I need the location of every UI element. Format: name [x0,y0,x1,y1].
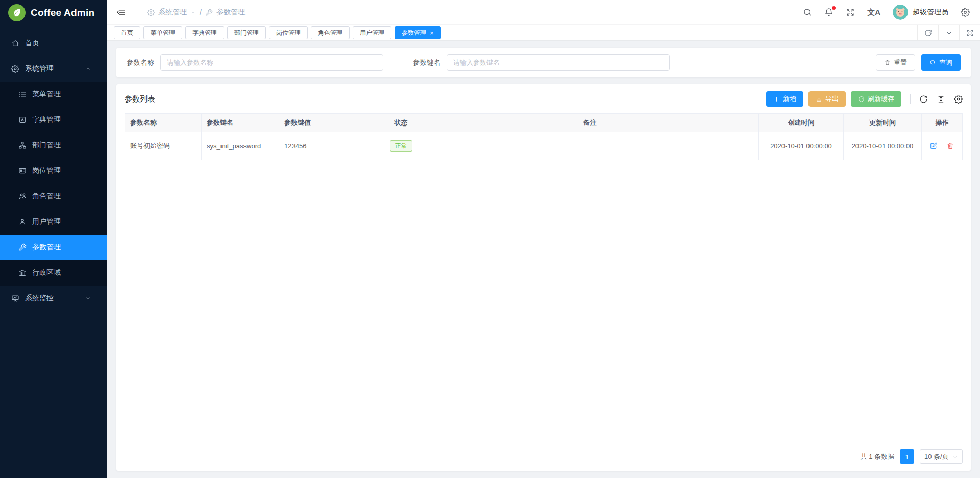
fullscreen-button[interactable] [846,8,855,17]
cell-param-key: sys_init_password [202,132,279,160]
avatar-pig-icon [893,5,908,20]
notification-button[interactable] [824,8,834,17]
plus-icon [773,96,780,103]
sidebar-item-home[interactable]: 首页 [0,31,107,56]
tab-dict-management[interactable]: 字典管理 [185,26,224,39]
sidebar-fold-button[interactable] [116,8,126,17]
table-settings-button[interactable] [954,95,963,104]
sidebar-group-system-monitor[interactable]: 系统监控 [0,286,107,311]
tab-label: 岗位管理 [276,29,301,37]
tab-dept-management[interactable]: 部门管理 [227,26,266,39]
breadcrumb-page: 参数管理 [216,8,245,17]
sidebar-item-label: 部门管理 [32,141,61,150]
delete-row-button[interactable] [946,142,954,150]
tab-label: 字典管理 [192,29,217,37]
tab-menu-management[interactable]: 菜单管理 [143,26,182,39]
param-name-input[interactable] [160,54,383,71]
tabbar-tools [917,25,980,40]
tab-label: 用户管理 [360,29,384,37]
tabs: 首页 菜单管理 字典管理 部门管理 岗位管理 角色管理 用户管理 参数管理 × [107,25,441,40]
export-button[interactable]: 导出 [808,91,846,107]
wrench-icon [205,9,213,16]
sidebar-item-post-management[interactable]: 岗位管理 [0,158,107,184]
user-icon [18,218,27,226]
sidebar-item-label: 参数管理 [32,243,61,252]
sidebar-item-param-management[interactable]: 参数管理 [0,235,107,260]
language-switch-button[interactable]: 文A [867,8,880,17]
pagination-total: 共 1 条数据 [861,452,894,461]
refresh-icon [919,95,928,104]
add-button[interactable]: 新增 [766,91,803,107]
sidebar-item-user-management[interactable]: 用户管理 [0,209,107,235]
cell-param-value: 123456 [279,132,381,160]
search-actions: 重置 查询 [876,54,961,71]
table-density-button[interactable] [937,95,945,104]
tabs-more-button[interactable] [938,25,959,40]
tab-close-icon[interactable]: × [430,30,434,36]
settings-button[interactable] [961,8,970,17]
column-header-created: 创建时间 [759,114,844,132]
toolbar-divider [910,94,911,104]
search-icon [803,8,812,17]
tab-param-management[interactable]: 参数管理 × [395,26,441,39]
user-menu[interactable]: 超级管理员 [893,5,948,20]
tab-label: 首页 [121,29,133,37]
chevron-down-icon [945,29,953,37]
search-button[interactable] [803,8,812,17]
query-button[interactable]: 查询 [921,54,961,71]
cell-status: 正常 [381,132,421,160]
gear-icon [147,9,155,16]
tab-post-management[interactable]: 岗位管理 [269,26,308,39]
param-key-input[interactable] [447,54,670,71]
sidebar-submenu-system: 菜单管理 字典管理 部门管理 岗位管理 角色管理 [0,82,107,286]
sidebar-item-label: 菜单管理 [32,90,61,99]
edit-row-button[interactable] [929,142,938,150]
content-fullscreen-button[interactable] [959,25,980,40]
org-tree-icon [18,141,27,149]
tab-label: 部门管理 [234,29,259,37]
sidebar-group-system-management[interactable]: 系统管理 [0,56,107,82]
refresh-cache-button-label: 刷新缓存 [868,94,894,104]
chevron-down-icon[interactable] [190,10,196,15]
page-number-button[interactable]: 1 [900,449,914,464]
monitor-icon [11,294,19,303]
reset-button-label: 重置 [894,58,907,67]
table-refresh-button[interactable] [919,95,928,104]
sidebar-item-dept-management[interactable]: 部门管理 [0,133,107,158]
download-icon [816,96,822,103]
page-size-select[interactable]: 10 条/页 [920,449,963,464]
sidebar-item-dict-management[interactable]: 字典管理 [0,107,107,133]
maximize-icon [966,29,974,37]
param-key-label: 参数键名 [413,58,440,67]
tab-home[interactable]: 首页 [114,26,140,39]
breadcrumb: 系统管理 / 参数管理 [147,8,245,17]
card-header: 参数列表 新增 导出 刷新缓存 [125,91,963,107]
tab-label: 角色管理 [318,29,342,37]
sidebar-nav: 首页 系统管理 菜单管理 字典管理 部门管理 [0,26,107,311]
list-icon [18,90,27,98]
topbar-actions: 文A 超级管理员 [803,5,970,20]
notification-badge [832,6,836,10]
tab-user-management[interactable]: 用户管理 [353,26,391,39]
sidebar-item-label: 系统管理 [25,64,54,73]
refresh-cache-button[interactable]: 刷新缓存 [851,91,901,107]
leaf-icon [11,7,23,19]
sidebar-item-role-management[interactable]: 角色管理 [0,184,107,209]
fullscreen-expand-icon [846,8,855,17]
tabs-refresh-button[interactable] [917,25,938,40]
tab-role-management[interactable]: 角色管理 [311,26,350,39]
reset-button[interactable]: 重置 [876,54,915,71]
sidebar-item-label: 用户管理 [32,217,61,227]
cell-remark [421,132,759,160]
sidebar-item-admin-region[interactable]: 行政区域 [0,260,107,286]
trash-icon [946,142,954,150]
main-area: 系统管理 / 参数管理 文A [107,0,980,478]
breadcrumb-section[interactable]: 系统管理 [158,8,187,17]
column-header-value: 参数键值 [279,114,381,132]
column-header-status: 状态 [381,114,421,132]
trash-icon [884,59,891,66]
card-actions: 新增 导出 刷新缓存 [766,91,963,107]
gear-icon [954,95,963,104]
sidebar-item-menu-management[interactable]: 菜单管理 [0,82,107,107]
dictionary-icon [18,116,27,124]
